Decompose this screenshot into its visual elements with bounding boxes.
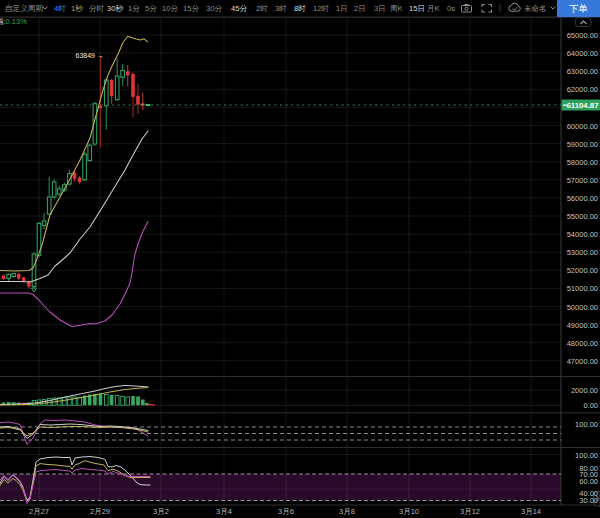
svg-text:0.00: 0.00 (583, 401, 598, 410)
svg-text:1日: 1日 (336, 4, 348, 13)
svg-text:63849 →: 63849 → (76, 52, 104, 59)
svg-text:1秒: 1秒 (71, 4, 83, 13)
svg-text:49000.00: 49000.00 (567, 321, 598, 330)
svg-text:2时: 2时 (256, 4, 268, 13)
svg-text:4时: 4时 (54, 4, 66, 13)
svg-text:59000.00: 59000.00 (567, 140, 598, 149)
svg-text:65000.00: 65000.00 (567, 31, 598, 40)
svg-text:自定义周期: 自定义周期 (5, 4, 43, 13)
svg-text:3月2: 3月2 (153, 507, 169, 516)
svg-text:30秒: 30秒 (107, 4, 123, 13)
svg-text:56000.00: 56000.00 (567, 194, 598, 203)
svg-text:3月6: 3月6 (278, 507, 294, 516)
svg-text:15分: 15分 (183, 4, 199, 13)
svg-text:63000.00: 63000.00 (567, 67, 598, 76)
svg-text:45分: 45分 (231, 4, 247, 13)
svg-text:12时: 12时 (313, 4, 329, 13)
svg-text:幅:0.13%: 幅:0.13% (0, 17, 27, 26)
svg-text:52000.00: 52000.00 (567, 266, 598, 275)
svg-text:2月29: 2月29 (90, 507, 110, 516)
svg-text:47000.00: 47000.00 (567, 357, 598, 366)
svg-text:64000.00: 64000.00 (567, 49, 598, 58)
svg-text:周K: 周K (390, 4, 403, 13)
svg-text:58000.00: 58000.00 (567, 158, 598, 167)
svg-text:1分: 1分 (128, 4, 140, 13)
svg-text:分时: 分时 (89, 4, 105, 13)
svg-text:48000.00: 48000.00 (567, 339, 598, 348)
svg-text:62000.00: 62000.00 (567, 85, 598, 94)
svg-text:3月4: 3月4 (216, 507, 232, 516)
svg-text:10分: 10分 (162, 4, 178, 13)
svg-text:100.00: 100.00 (575, 420, 598, 429)
svg-text:60.00: 60.00 (579, 477, 598, 486)
svg-text:2月27: 2月27 (29, 507, 49, 516)
svg-text:15日: 15日 (409, 4, 425, 13)
svg-text:2000.00: 2000.00 (571, 386, 598, 395)
svg-text:100.00: 100.00 (575, 451, 598, 460)
svg-text:30分: 30分 (206, 4, 222, 13)
svg-text:3月8: 3月8 (339, 507, 355, 516)
svg-text:8时: 8时 (294, 4, 306, 13)
svg-text:57000.00: 57000.00 (567, 176, 598, 185)
svg-text:3时: 3时 (275, 4, 287, 13)
svg-text:54000.00: 54000.00 (567, 230, 598, 239)
svg-text:55000.00: 55000.00 (567, 212, 598, 221)
svg-text:未命名: 未命名 (524, 4, 547, 13)
svg-text:30.00: 30.00 (579, 496, 598, 505)
svg-text:0s: 0s (447, 4, 455, 13)
svg-text:53000.00: 53000.00 (567, 248, 598, 257)
svg-text:51000.00: 51000.00 (567, 284, 598, 293)
svg-text:月K: 月K (427, 4, 440, 13)
svg-text:3月12: 3月12 (460, 507, 480, 516)
svg-text:60000.00: 60000.00 (567, 122, 598, 131)
svg-text:5分: 5分 (145, 4, 157, 13)
svg-text:3月14: 3月14 (521, 507, 541, 516)
svg-text:3日: 3日 (374, 4, 386, 13)
svg-text:61104.87: 61104.87 (566, 101, 598, 110)
svg-text:2日: 2日 (354, 4, 366, 13)
svg-text:3月10: 3月10 (399, 507, 419, 516)
svg-text:50000.00: 50000.00 (567, 303, 598, 312)
svg-text:下单: 下单 (569, 3, 588, 14)
